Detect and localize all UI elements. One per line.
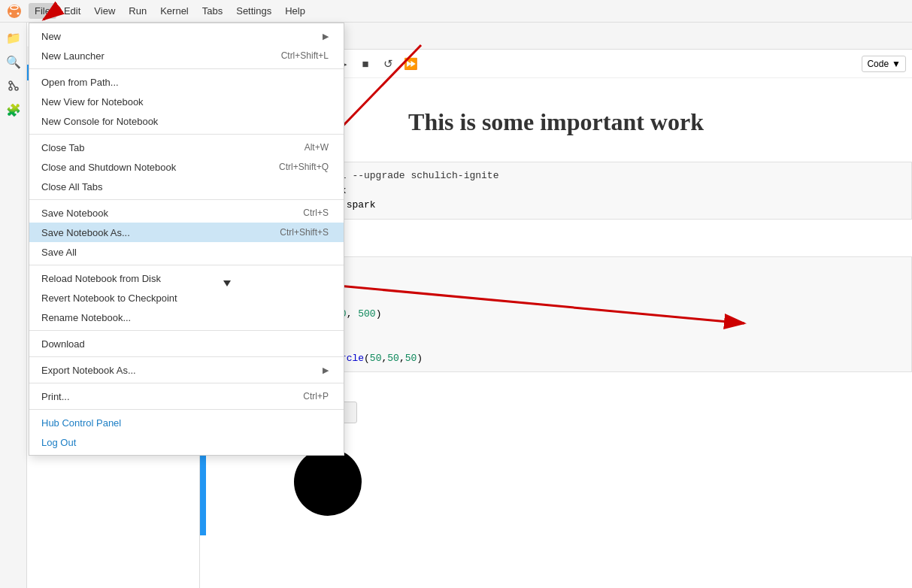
- new-submenu-arrow: ▶: [323, 32, 329, 41]
- svg-point-9: [294, 448, 362, 516]
- menu-tabs[interactable]: Tabs: [196, 3, 229, 19]
- menu-item-export[interactable]: Export Notebook As... ▶: [29, 360, 344, 380]
- menu-item-new-console[interactable]: New Console for Notebook: [29, 111, 344, 131]
- menu-kernel[interactable]: Kernel: [154, 3, 195, 19]
- menu-item-save-label: Save Notebook: [41, 208, 108, 219]
- menu-item-close-all-label: Close All Tabs: [41, 181, 102, 192]
- menu-item-save-all[interactable]: Save All: [29, 242, 344, 262]
- svg-point-3: [17, 12, 20, 14]
- menu-item-open-path[interactable]: Open from Path...: [29, 72, 344, 92]
- svg-line-8: [12, 83, 15, 87]
- menu-bar: File Edit View Run Kernel Tabs Settings …: [0, 0, 912, 23]
- close-tab-shortcut: Alt+W: [305, 142, 329, 153]
- restart-button[interactable]: ↺: [377, 53, 398, 74]
- cell-1-output: •••: [266, 220, 912, 253]
- sep-6: [29, 356, 344, 357]
- sep-3: [29, 199, 344, 200]
- jupyter-logo: [6, 3, 23, 20]
- cell-2-content: %%ignite def setup(): size(500, 500) def…: [266, 256, 912, 536]
- save-shortcut: Ctrl+S: [303, 208, 329, 218]
- sep-4: [29, 265, 344, 265]
- menu-item-logout[interactable]: Log Out: [29, 432, 344, 452]
- menu-item-print[interactable]: Print... Ctrl+P: [29, 386, 344, 406]
- menu-item-logout-label: Log Out: [41, 437, 76, 448]
- menu-item-reload-label: Reload Notebook from Disk: [41, 273, 161, 284]
- sidebar-icon-search[interactable]: 🔍: [5, 53, 23, 71]
- menu-item-new-view[interactable]: New View for Notebook: [29, 92, 344, 111]
- svg-point-2: [10, 12, 12, 14]
- menu-item-save-all-label: Save All: [41, 247, 77, 258]
- sidebar-icon-files[interactable]: 📁: [5, 29, 23, 47]
- sep-2: [29, 134, 344, 135]
- menu-item-print-label: Print...: [41, 391, 70, 402]
- file-menu-dropdown: New ▶ New Launcher Ctrl+Shift+L Open fro…: [29, 23, 344, 456]
- cell-type-selector[interactable]: Code ▼: [862, 56, 906, 72]
- sep-7: [29, 383, 344, 383]
- fast-forward-button[interactable]: ⏩: [400, 53, 421, 74]
- menu-item-export-label: Export Notebook As...: [41, 365, 136, 376]
- cell-2-line-1: %%ignite: [276, 263, 902, 278]
- cell-2-line-2: [276, 277, 902, 292]
- menu-edit[interactable]: Edit: [58, 3, 86, 19]
- sidebar-icon-extension[interactable]: 🧩: [5, 101, 23, 119]
- cell-1-code[interactable]: !pip install --upgrade schulich-ignite i…: [266, 162, 912, 220]
- export-submenu-arrow: ▶: [323, 365, 329, 375]
- menu-settings[interactable]: Settings: [230, 3, 277, 19]
- menu-run[interactable]: Run: [123, 3, 153, 19]
- menu-item-close-tab-label: Close Tab: [41, 142, 85, 153]
- menu-item-download-label: Download: [41, 338, 85, 350]
- sep-1: [29, 68, 344, 69]
- menu-item-new-console-label: New Console for Notebook: [41, 116, 158, 127]
- svg-point-4: [9, 81, 12, 84]
- menu-item-new-view-label: New View for Notebook: [41, 96, 144, 108]
- menu-item-save[interactable]: Save Notebook Ctrl+S: [29, 203, 344, 223]
- cell-2-line-7: fill_circle(50,50,50): [276, 351, 902, 366]
- cell-2-code[interactable]: %%ignite def setup(): size(500, 500) def…: [266, 256, 912, 373]
- menu-item-hub-label: Hub Control Panel: [41, 417, 121, 429]
- sidebar-icon-git[interactable]: [5, 77, 23, 95]
- menu-item-new-launcher-label: New Launcher: [41, 50, 105, 62]
- menu-item-save-as-label: Save Notebook As...: [41, 227, 130, 238]
- menu-item-close-all[interactable]: Close All Tabs: [29, 177, 344, 196]
- menu-item-new[interactable]: New ▶: [29, 26, 344, 46]
- cell-2-line-4: size(500, 500): [276, 307, 902, 322]
- code-line-3: %reload_ext spark: [276, 198, 902, 213]
- menu-item-open-path-label: Open from Path...: [41, 77, 119, 88]
- menu-item-new-label: New: [41, 31, 61, 42]
- cell-2-stopped-text: Stopped: [275, 378, 903, 396]
- menu-help[interactable]: Help: [279, 3, 311, 19]
- left-sidebar: 📁 🔍 🧩: [0, 23, 27, 588]
- menu-view[interactable]: View: [88, 3, 121, 19]
- close-shutdown-shortcut: Ctrl+Shift+Q: [279, 162, 329, 172]
- menu-file[interactable]: File: [29, 3, 56, 19]
- cell-2-line-3: def setup():: [276, 292, 902, 308]
- cell-1-dots: •••: [275, 226, 903, 247]
- sep-5: [29, 330, 344, 331]
- code-line-2: import spark: [276, 183, 902, 199]
- cell-2-line-6: def draw():: [276, 336, 902, 351]
- menu-item-save-as[interactable]: Save Notebook As... Ctrl+Shift+S: [29, 223, 344, 242]
- menu-item-new-launcher[interactable]: New Launcher Ctrl+Shift+L: [29, 46, 344, 65]
- menu-item-rename[interactable]: Rename Notebook...: [29, 308, 344, 327]
- menu-item-reload[interactable]: Reload Notebook from Disk: [29, 268, 344, 288]
- cell-1-content: !pip install --upgrade schulich-ignite i…: [266, 162, 912, 253]
- stop-button[interactable]: ■: [355, 53, 376, 74]
- svg-point-6: [9, 87, 12, 90]
- cell-type-label: Code: [867, 59, 889, 69]
- new-launcher-shortcut: Ctrl+Shift+L: [281, 50, 329, 61]
- save-as-shortcut: Ctrl+Shift+S: [280, 227, 329, 238]
- svg-point-0: [8, 5, 21, 18]
- menu-item-close-tab[interactable]: Close Tab Alt+W: [29, 138, 344, 157]
- menu-item-revert-label: Revert Notebook to Checkpoint: [41, 292, 177, 304]
- menu-item-close-shutdown[interactable]: Close and Shutdown Notebook Ctrl+Shift+Q: [29, 157, 344, 177]
- menu-item-hub[interactable]: Hub Control Panel: [29, 413, 344, 432]
- cell-2-output: Stopped Stop: [266, 372, 912, 535]
- menu-item-revert[interactable]: Revert Notebook to Checkpoint: [29, 288, 344, 308]
- cell-2-circle: [290, 444, 903, 522]
- menu-item-close-shutdown-label: Close and Shutdown Notebook: [41, 162, 176, 173]
- cell-type-arrow: ▼: [892, 59, 901, 69]
- menu-item-download[interactable]: Download: [29, 334, 344, 353]
- menu-item-rename-label: Rename Notebook...: [41, 312, 131, 323]
- sep-8: [29, 409, 344, 410]
- code-line-1: !pip install --upgrade schulich-ignite: [276, 168, 902, 183]
